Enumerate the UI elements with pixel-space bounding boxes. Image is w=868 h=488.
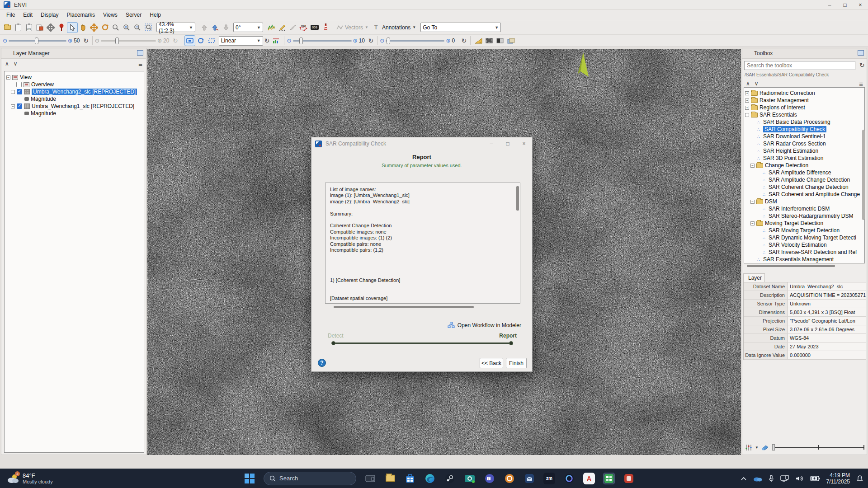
search-refresh-icon[interactable]: ↻ bbox=[858, 61, 866, 69]
menu-server[interactable]: Server bbox=[122, 11, 145, 19]
menu-display[interactable]: Display bbox=[37, 11, 62, 19]
toolbox-tool[interactable]: ∴SAR Amplitude Difference bbox=[745, 169, 863, 176]
toolbox-tool[interactable]: ∴SAR 3D Point Estimation bbox=[745, 155, 863, 162]
help-button[interactable]: ? bbox=[318, 359, 326, 367]
toolbox-search[interactable] bbox=[744, 61, 855, 70]
previous-extent-icon[interactable] bbox=[199, 22, 210, 33]
pan-view-icon[interactable] bbox=[45, 22, 56, 33]
tray-chevron-icon[interactable] bbox=[741, 476, 747, 481]
fly-tool-icon[interactable] bbox=[89, 22, 99, 33]
toolbox-tool[interactable]: ∴SAR Coherent and Amplitude Change bbox=[745, 191, 863, 198]
layer-tree-raster1-row[interactable]: − Umbra_Wenchang1_slc [REPROJECTED] bbox=[6, 103, 142, 110]
swipe-transition-icon[interactable] bbox=[495, 35, 505, 46]
start-button[interactable] bbox=[244, 473, 255, 484]
envi-taskbar-icon-active[interactable] bbox=[603, 473, 615, 484]
toolbox-tool[interactable]: ∴SAR Amplitude Change Detection bbox=[745, 176, 863, 183]
acrobat-icon[interactable]: A bbox=[583, 473, 595, 484]
dialog-minimize-button[interactable]: – bbox=[483, 138, 500, 150]
stretch-brush-icon[interactable] bbox=[761, 444, 769, 450]
lighthouse-icon[interactable] bbox=[320, 22, 331, 33]
toolbox-header[interactable]: Toolbox bbox=[742, 48, 867, 59]
cursor-value-icon[interactable]: 009 bbox=[309, 22, 320, 33]
histogram-dropdown-caret[interactable]: ▼ bbox=[755, 446, 759, 450]
sharpen-slider[interactable]: ⊖ ⊕ 10 bbox=[287, 38, 367, 44]
menu-edit[interactable]: Edit bbox=[19, 11, 36, 19]
red-app-icon[interactable] bbox=[623, 473, 635, 484]
expand-down-icon[interactable]: ∨ bbox=[755, 80, 759, 87]
panel-menu-icon[interactable]: ≡ bbox=[138, 60, 142, 68]
chip-export-icon[interactable] bbox=[34, 22, 45, 33]
toolbox-search-input[interactable] bbox=[747, 62, 853, 69]
volume-icon[interactable] bbox=[796, 475, 804, 482]
copilot-icon[interactable] bbox=[563, 473, 575, 484]
annotation-pen-icon[interactable] bbox=[277, 22, 288, 33]
microsoft-store-icon[interactable] bbox=[404, 473, 416, 484]
back-button[interactable]: << Back bbox=[480, 358, 503, 368]
edit-vector-icon[interactable] bbox=[288, 22, 298, 33]
brightness-slider[interactable]: ⊖ ⊕ 50 bbox=[3, 38, 82, 44]
close-button[interactable]: × bbox=[853, 0, 868, 10]
layer-visibility-checkbox[interactable] bbox=[17, 103, 22, 109]
layer-tree-magnitude1-row[interactable]: Magnitude bbox=[6, 110, 142, 117]
collapse-icon[interactable]: − bbox=[6, 75, 10, 80]
sharpen-reset-icon[interactable]: ↻ bbox=[367, 37, 375, 44]
rotate-view-icon[interactable] bbox=[99, 22, 110, 33]
open-workflow-link[interactable]: Open Workflow in Modeler bbox=[448, 322, 521, 328]
roi-tool-icon[interactable]: ROI bbox=[298, 22, 309, 33]
report-vertical-scrollbar[interactable] bbox=[516, 186, 519, 211]
zoom-tool-icon[interactable] bbox=[110, 22, 121, 33]
goto-combobox[interactable]: Go To▼ bbox=[420, 23, 501, 32]
stretch-full-icon[interactable] bbox=[206, 35, 217, 46]
stretch-on-view-icon[interactable] bbox=[184, 35, 195, 46]
microphone-icon[interactable] bbox=[769, 475, 774, 482]
open-ntf-icon[interactable]: NTF bbox=[24, 22, 34, 33]
toolbox-folder[interactable]: +Raster Management bbox=[745, 97, 863, 104]
select-cursor-icon[interactable] bbox=[67, 22, 78, 33]
layer-tree-overview-row[interactable]: Overview bbox=[6, 81, 142, 88]
toolbox-folder[interactable]: −SAR Essentials bbox=[745, 111, 863, 118]
menu-help[interactable]: Help bbox=[146, 11, 165, 19]
zoom-to-box-icon[interactable] bbox=[143, 22, 154, 33]
camera-app-icon[interactable] bbox=[464, 473, 476, 484]
toolbox-horizontal-scrollbar[interactable] bbox=[747, 265, 835, 267]
maximize-button[interactable]: □ bbox=[837, 0, 853, 10]
contrast-slider[interactable]: ⊖ ⊕ 20 bbox=[95, 38, 171, 44]
edge-browser-icon[interactable] bbox=[424, 473, 436, 484]
zoom-in-icon[interactable] bbox=[121, 22, 132, 33]
layer-transparency-slider[interactable] bbox=[772, 447, 864, 448]
data-manager-icon[interactable] bbox=[13, 22, 24, 33]
steam-icon[interactable] bbox=[444, 473, 456, 484]
toolbox-tool[interactable]: ∴SAR Coherent Change Detection bbox=[745, 183, 863, 191]
overview-checkbox[interactable] bbox=[16, 82, 22, 87]
onedrive-icon[interactable] bbox=[753, 475, 762, 482]
notification-bell-icon[interactable]: z bbox=[856, 475, 863, 482]
placemark-icon[interactable] bbox=[56, 22, 67, 33]
toolbox-folder[interactable]: −Change Detection bbox=[745, 162, 863, 169]
layer-tree-magnitude2-row[interactable]: Magnitude bbox=[6, 95, 142, 103]
progress-dot-end[interactable] bbox=[509, 341, 513, 345]
toolbox-tool[interactable]: ∴SAR Height Estimation bbox=[745, 147, 863, 155]
toolbox-tool[interactable]: ∴SAR Dynamic Moving Target Detecti bbox=[745, 234, 863, 241]
toolbox-tool[interactable]: ∴SAR Interferometric DSM bbox=[745, 205, 863, 212]
stretch-reset-icon[interactable]: ↻ bbox=[263, 37, 271, 44]
toolbox-tool[interactable]: ∴SAR Inverse-SAR Detection and Ref bbox=[745, 249, 863, 256]
file-explorer-icon[interactable] bbox=[384, 473, 396, 484]
teams-icon[interactable]: T bbox=[484, 473, 495, 484]
stretch-refresh-icon[interactable] bbox=[195, 35, 206, 46]
transparency-slider[interactable]: ⊖ ⊕ 0 bbox=[380, 38, 460, 44]
blend-images-icon[interactable] bbox=[505, 35, 516, 46]
collapse-icon[interactable]: − bbox=[11, 90, 15, 94]
taskbar-search[interactable]: Search bbox=[264, 472, 356, 485]
toolbox-tool-selected[interactable]: ∴SAR Compatibility Check bbox=[745, 126, 863, 133]
toolbox-tool[interactable]: ∴SAR Velocity Estimation bbox=[745, 241, 863, 249]
spectral-profile-icon[interactable] bbox=[266, 22, 277, 33]
collapse-icon[interactable]: − bbox=[11, 104, 15, 108]
zoom-level-combobox[interactable]: 43.4% (1:2.3)▼ bbox=[156, 23, 195, 32]
stretch-type-combobox[interactable]: Linear▼ bbox=[219, 36, 263, 46]
mensuration-icon[interactable] bbox=[473, 35, 484, 46]
annotations-dropdown[interactable]: T Annotations ▼ bbox=[371, 24, 419, 31]
menu-file[interactable]: File bbox=[3, 11, 19, 19]
toolbox-folder[interactable]: +Regions of Interest bbox=[745, 104, 863, 111]
zoom-app-icon[interactable]: zm bbox=[543, 473, 555, 484]
report-horizontal-scrollbar[interactable] bbox=[334, 306, 474, 308]
